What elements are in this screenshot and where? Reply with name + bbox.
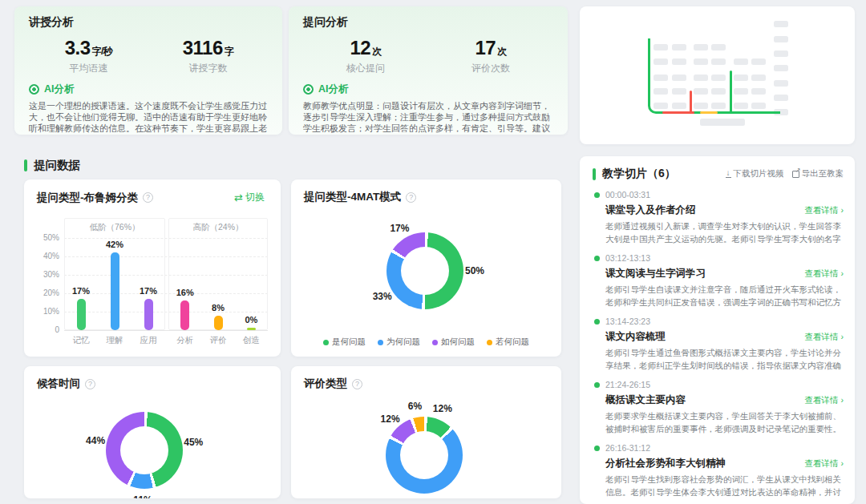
slice-description: 老师通过视频引入新课，调查学生对李大钊的认识，学生回答李大钊是中国共产主义运动的… <box>605 220 844 245</box>
section-title: 提问数据 <box>34 158 80 173</box>
legend-dot <box>378 340 383 345</box>
bar-value-label: 17% <box>72 286 90 296</box>
timeline-segment-amber <box>700 111 718 114</box>
view-detail-link[interactable]: 查看详情 › <box>805 268 844 280</box>
bar-评价[interactable] <box>214 316 223 330</box>
bar-创造[interactable] <box>247 328 256 330</box>
download-icon: ↓ <box>726 170 731 178</box>
stat-word-count: 3116字 讲授字数 <box>148 37 268 75</box>
timeline-dot-icon <box>594 446 600 451</box>
slice-time: 00:00-03:31 <box>605 190 650 200</box>
bar-value-label: 8% <box>212 303 225 312</box>
group-label: 高阶（24%） <box>168 222 268 233</box>
switch-button[interactable]: ⇄ 切换 <box>229 190 269 205</box>
slice-description: 老师引导学生自读课文并注意字音，随后通过开火车形式轮读，老师和学生共同纠正发音错… <box>605 283 844 308</box>
y-axis-tick-label: 20% <box>35 288 59 297</box>
slice-title-row: 课文阅读与生字词学习查看详情 › <box>605 267 844 280</box>
view-detail-link[interactable]: 查看详情 › <box>805 332 844 343</box>
donut-percent-label: 44% <box>86 435 105 446</box>
slice-title-row: 课堂导入及作者介绍查看详情 › <box>605 204 844 217</box>
help-icon[interactable]: ? <box>85 379 95 389</box>
slice-title: 概括课文主要内容 <box>605 393 805 407</box>
legend-dot <box>323 340 329 345</box>
ai-analysis-text: 这是一个理想的授课语速。这个速度既不会让学生感觉压力过大，也不会让他们觉得无聊。… <box>29 100 268 135</box>
question-data-section-header: 提问数据 <box>24 158 80 173</box>
slice-item: 03:12-13:13课文阅读与生字词学习查看详情 ›老师引导学生自读课文并注意… <box>594 253 844 308</box>
download-slices-button[interactable]: ↓ 下载切片视频 <box>718 168 784 179</box>
evaluation-donut-chart: 12%70%12%6% <box>386 417 463 494</box>
legend-label: 若何问题 <box>496 337 529 348</box>
help-icon[interactable]: ? <box>143 192 153 203</box>
lecture-card-title: 讲授分析 <box>29 15 268 30</box>
legend-item[interactable]: 若何问题 <box>487 337 529 348</box>
donut-hole <box>401 247 449 295</box>
slice-time: 21:24-26:15 <box>605 380 650 389</box>
export-to-plan-button[interactable]: 导出至教案 <box>784 168 844 179</box>
switch-icon: ⇄ <box>234 192 243 204</box>
wait-time-chart-card: 候答时间 ? 45%11%44% <box>24 366 281 498</box>
legend-item[interactable]: 是何问题 <box>323 337 366 348</box>
slice-item: 21:24-26:15概括课文主要内容查看详情 ›老师要求学生概括课文主要内容，… <box>594 380 844 435</box>
export-icon <box>792 171 799 178</box>
chart-title: 提问类型-4MAT模式 <box>304 190 401 204</box>
fourmat-legend: 是何问题为何问题如何问题若何问题 <box>291 337 561 348</box>
section-accent-bar <box>24 159 27 171</box>
slice-time-row: 00:00-03:31 <box>594 190 844 200</box>
legend-label: 是何问题 <box>332 337 366 348</box>
donut-percent-label: 12% <box>381 413 400 425</box>
stat-evaluation-count: 17次 评价次数 <box>428 37 553 75</box>
slices-panel-title: 教学切片（6） <box>602 167 718 181</box>
bar-分析[interactable] <box>180 300 189 330</box>
stat-label: 核心提问 <box>303 62 428 75</box>
stat-unit: 字/秒 <box>92 46 113 57</box>
view-detail-link[interactable]: 查看详情 › <box>805 205 844 216</box>
view-detail-link[interactable]: 查看详情 › <box>805 395 844 406</box>
ai-analysis-label: AI分析 <box>44 83 75 96</box>
lecture-stats: 3.3字/秒 平均语速 3116字 讲授字数 <box>29 37 268 75</box>
download-label: 下载切片视频 <box>734 168 784 179</box>
bar-category-label: 分析 <box>176 335 193 346</box>
chart-title: 评价类型 <box>304 377 347 391</box>
bar-理解[interactable] <box>111 252 119 330</box>
timeline-dot-icon <box>594 382 600 388</box>
bloom-taxonomy-chart-card: 提问类型-布鲁姆分类 ? ⇄ 切换 010%20%30%40%50%低阶（76%… <box>24 179 281 357</box>
donut-percent-label: 6% <box>408 401 422 412</box>
slice-title-row: 概括课文主要内容查看详情 › <box>605 393 844 407</box>
bar-value-label: 16% <box>176 288 194 297</box>
slice-title: 分析社会形势和李大钊精神 <box>605 457 805 470</box>
legend-dot <box>432 340 438 345</box>
fourmat-chart-card: 提问类型-4MAT模式 ? 50%33%17% 是何问题为何问题如何问题若何问题 <box>291 179 561 357</box>
fourmat-donut-chart: 50%33%17% <box>386 232 463 309</box>
slice-list: 00:00-03:31课堂导入及作者介绍查看详情 ›老师通过视频引入新课，调查学… <box>580 188 855 504</box>
y-axis-tick-label: 0 <box>35 325 59 334</box>
y-axis-tick-label: 40% <box>35 252 59 260</box>
stat-value: 3.3 <box>65 37 91 58</box>
legend-item[interactable]: 如何问题 <box>432 337 475 348</box>
bar-category-label: 评价 <box>210 335 227 346</box>
bar-应用[interactable] <box>144 299 153 330</box>
help-icon[interactable]: ? <box>406 192 416 203</box>
bar-category-label: 记忆 <box>73 335 90 346</box>
wait-time-donut-chart: 45%11%44% <box>106 412 183 489</box>
lecture-analysis-card: 讲授分析 3.3字/秒 平均语速 3116字 讲授字数 AI分析 这是一个理想的… <box>14 6 282 135</box>
legend-dot <box>487 340 492 345</box>
help-icon[interactable]: ? <box>352 379 362 389</box>
stat-unit: 次 <box>497 46 507 57</box>
export-label: 导出至教案 <box>802 168 844 179</box>
evaluation-type-chart-card: 评价类型 ? 12%70%12%6% <box>291 366 561 498</box>
stat-value: 12 <box>350 37 370 58</box>
timeline-dot-icon <box>594 319 600 325</box>
teaching-slices-panel: 教学切片（6） ↓ 下载切片视频 导出至教案 00:00-03:31课堂导入及作… <box>580 156 855 504</box>
slice-time-row: 26:16-31:12 <box>594 443 844 453</box>
bar-category-label: 理解 <box>107 335 123 346</box>
bar-记忆[interactable] <box>77 299 86 330</box>
slice-time: 03:12-13:13 <box>605 253 650 263</box>
donut-percent-label: 17% <box>390 223 409 234</box>
slice-time: 13:14-23:23 <box>605 317 650 326</box>
legend-item[interactable]: 为何问题 <box>378 337 420 348</box>
view-detail-link[interactable]: 查看详情 › <box>805 458 844 470</box>
switch-label: 切换 <box>245 191 265 204</box>
slice-item: 13:14-23:23课文内容梳理查看详情 ›老师引导学生通过鱼骨图形式概括课文… <box>594 317 844 372</box>
chart-title: 候答时间 <box>37 377 80 391</box>
slice-time-row: 21:24-26:15 <box>594 380 844 389</box>
